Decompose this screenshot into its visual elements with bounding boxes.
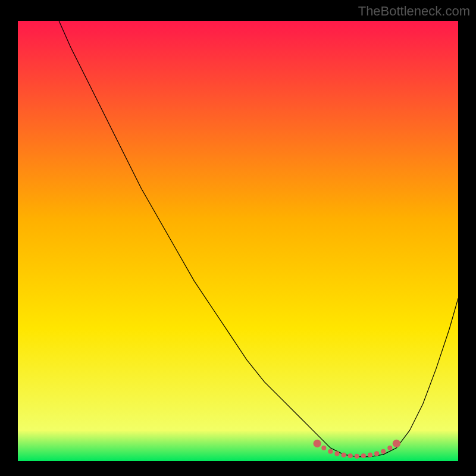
marker-dot <box>348 453 353 458</box>
marker-dot <box>355 454 359 459</box>
marker-dot <box>342 453 346 458</box>
marker-dot <box>314 440 321 447</box>
marker-dot <box>393 440 400 447</box>
marker-dot <box>334 451 339 456</box>
bottleneck-chart <box>18 21 458 461</box>
marker-dot <box>361 453 366 458</box>
gradient-background <box>18 21 458 461</box>
marker-dot <box>381 449 386 454</box>
marker-dot <box>368 453 372 458</box>
marker-dot <box>374 451 379 456</box>
marker-dot <box>387 446 392 450</box>
chart-container <box>18 21 458 461</box>
marker-dot <box>328 449 333 454</box>
attribution-label: TheBottleneck.com <box>358 4 470 19</box>
marker-dot <box>321 446 326 450</box>
